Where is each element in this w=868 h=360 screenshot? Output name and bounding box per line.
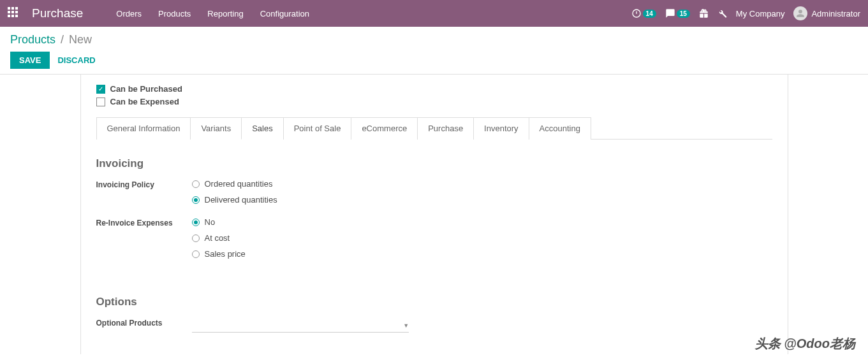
can-be-expensed-row[interactable]: Can be Expensed [96, 97, 772, 106]
can-be-purchased-label: Can be Purchased [110, 84, 182, 94]
top-navbar: Purchase Orders Products Reporting Confi… [0, 0, 868, 27]
radio-icon [192, 196, 200, 204]
tab-content: Invoicing Invoicing Policy Ordered quant… [96, 140, 772, 333]
invoicing-policy-field: Invoicing Policy Ordered quantities Deli… [96, 179, 772, 211]
radio-at-cost[interactable]: At cost [192, 233, 772, 243]
tab-general-information[interactable]: General Information [96, 117, 191, 140]
invoicing-title: Invoicing [96, 157, 772, 170]
radio-no[interactable]: No [192, 217, 772, 227]
radio-icon [192, 234, 200, 242]
form-scroll[interactable]: ✓ Can be Purchased Can be Expensed Gener… [0, 75, 868, 354]
breadcrumb-current: New [69, 33, 92, 47]
optional-products-field: Optional Products ▼ [96, 317, 772, 333]
tabs: General Information Variants Sales Point… [96, 117, 772, 140]
optional-products-label: Optional Products [96, 317, 192, 333]
discard-button[interactable]: DISCARD [57, 55, 95, 65]
can-be-purchased-row[interactable]: ✓ Can be Purchased [96, 84, 772, 94]
tab-variants[interactable]: Variants [190, 117, 242, 140]
apps-icon[interactable] [8, 7, 20, 20]
activity-badge: 14 [643, 10, 656, 18]
radio-delivered-quantities[interactable]: Delivered quantities [192, 195, 772, 205]
tab-accounting[interactable]: Accounting [529, 117, 591, 140]
reinvoice-label: Re-Invoice Expenses [96, 217, 192, 265]
control-panel: Products / New SAVE DISCARD [0, 27, 868, 75]
nav-reporting[interactable]: Reporting [200, 5, 251, 22]
radio-icon [192, 250, 200, 258]
nav-orders[interactable]: Orders [108, 5, 149, 22]
tab-sales[interactable]: Sales [241, 117, 284, 140]
radio-icon [192, 219, 200, 226]
tools-icon[interactable] [717, 9, 727, 18]
nav-products[interactable]: Products [151, 5, 198, 22]
activity-icon[interactable]: 14 [631, 8, 656, 18]
systray: 14 15 My Company Administrator [631, 6, 860, 20]
message-badge: 15 [677, 10, 690, 18]
tab-inventory[interactable]: Inventory [473, 117, 529, 140]
gift-icon[interactable] [699, 9, 709, 18]
can-be-expensed-label: Can be Expensed [110, 97, 179, 106]
breadcrumb-parent[interactable]: Products [10, 33, 55, 47]
save-button[interactable]: SAVE [10, 52, 50, 69]
user-menu[interactable]: Administrator [793, 6, 860, 20]
breadcrumb: Products / New [10, 33, 858, 47]
tab-purchase[interactable]: Purchase [417, 117, 474, 140]
message-icon[interactable]: 15 [665, 8, 690, 18]
optional-products-input[interactable] [192, 317, 409, 333]
checkbox-icon[interactable] [96, 97, 105, 106]
radio-sales-price[interactable]: Sales price [192, 249, 772, 259]
avatar-icon [793, 6, 807, 20]
reinvoice-field: Re-Invoice Expenses No At cost Sales pri… [96, 217, 772, 265]
checkbox-icon[interactable]: ✓ [96, 85, 105, 94]
app-brand: Purchase [32, 6, 83, 20]
tab-point-of-sale[interactable]: Point of Sale [283, 117, 352, 140]
radio-icon [192, 180, 200, 188]
tab-ecommerce[interactable]: eCommerce [351, 117, 418, 140]
invoicing-policy-label: Invoicing Policy [96, 179, 192, 211]
nav-configuration[interactable]: Configuration [253, 5, 317, 22]
form-sheet: ✓ Can be Purchased Can be Expensed Gener… [80, 75, 788, 354]
radio-ordered-quantities[interactable]: Ordered quantities [192, 179, 772, 189]
options-title: Options [96, 296, 772, 308]
company-switcher[interactable]: My Company [736, 9, 785, 18]
nav-menu: Orders Products Reporting Configuration [108, 5, 317, 22]
